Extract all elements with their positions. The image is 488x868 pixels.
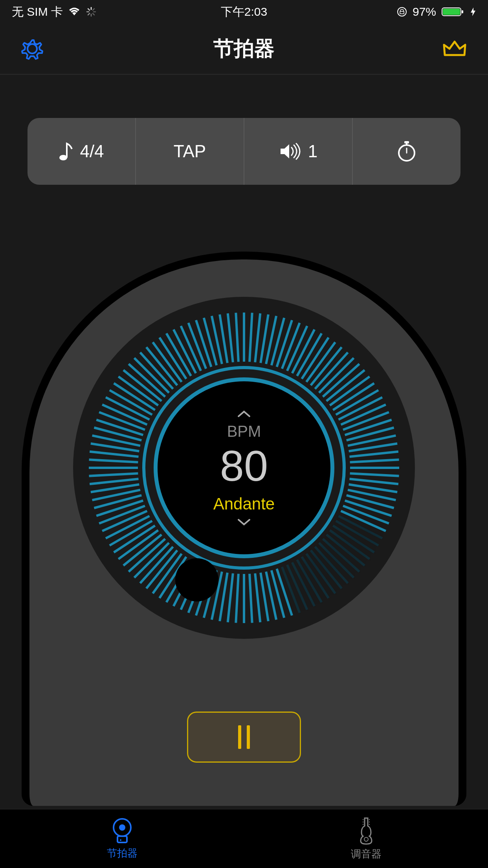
app-header: 节拍器 bbox=[0, 24, 488, 75]
svg-point-8 bbox=[398, 7, 406, 16]
svg-line-61 bbox=[323, 539, 360, 572]
settings-button[interactable] bbox=[20, 36, 45, 61]
status-left: 无 SIM 卡 bbox=[12, 4, 97, 20]
svg-line-33 bbox=[323, 364, 360, 397]
battery-icon bbox=[442, 7, 464, 17]
svg-line-32 bbox=[319, 358, 354, 393]
status-right: 97% bbox=[397, 5, 476, 18]
bpm-increase[interactable] bbox=[236, 409, 252, 419]
tab-tuner[interactable]: 调音器 bbox=[244, 809, 488, 868]
svg-rect-11 bbox=[462, 10, 463, 13]
svg-point-139 bbox=[119, 824, 125, 831]
status-bar: 无 SIM 卡 下午2:03 97% bbox=[0, 0, 488, 24]
svg-line-109 bbox=[90, 452, 138, 457]
bpm-dial[interactable]: BPM 80 Andante bbox=[73, 297, 415, 639]
stopwatch-icon bbox=[396, 140, 417, 162]
svg-line-63 bbox=[315, 547, 348, 583]
loading-icon bbox=[86, 6, 97, 17]
svg-line-62 bbox=[319, 543, 354, 577]
svg-line-123 bbox=[140, 352, 173, 389]
tap-button[interactable]: TAP bbox=[136, 118, 244, 185]
svg-line-106 bbox=[89, 473, 138, 476]
wifi-icon bbox=[68, 7, 80, 17]
page-title: 节拍器 bbox=[213, 35, 275, 63]
svg-line-18 bbox=[250, 313, 252, 362]
sound-level-label: 1 bbox=[308, 142, 317, 161]
bpm-label: BPM bbox=[227, 423, 261, 440]
premium-button[interactable] bbox=[441, 38, 468, 60]
note-icon bbox=[59, 141, 73, 162]
metronome-icon bbox=[111, 817, 133, 844]
svg-line-48 bbox=[350, 473, 399, 476]
svg-line-45 bbox=[350, 452, 398, 457]
control-bar: 4/4 TAP 1 bbox=[28, 118, 460, 185]
speaker-icon bbox=[279, 143, 301, 160]
svg-point-141 bbox=[120, 839, 121, 841]
metronome-body: BPM 80 Andante bbox=[22, 252, 466, 806]
play-pause-button[interactable] bbox=[187, 712, 301, 763]
svg-line-121 bbox=[128, 364, 165, 397]
svg-rect-140 bbox=[117, 836, 127, 842]
time-signature-button[interactable]: 4/4 bbox=[28, 118, 136, 185]
guitar-icon bbox=[358, 817, 374, 845]
svg-line-75 bbox=[255, 574, 260, 622]
charging-icon bbox=[470, 7, 476, 17]
svg-line-91 bbox=[140, 547, 173, 583]
svg-rect-10 bbox=[443, 9, 460, 15]
svg-line-3 bbox=[93, 13, 94, 15]
tap-label: TAP bbox=[174, 142, 206, 161]
crown-icon bbox=[441, 38, 468, 60]
svg-line-79 bbox=[228, 574, 233, 622]
tab-metronome[interactable]: 节拍器 bbox=[0, 809, 244, 868]
svg-line-108 bbox=[89, 460, 138, 462]
sim-status: 无 SIM 卡 bbox=[12, 4, 63, 20]
status-time: 下午2:03 bbox=[221, 4, 267, 20]
svg-line-49 bbox=[350, 479, 398, 484]
battery-percent: 97% bbox=[413, 5, 436, 18]
svg-line-76 bbox=[250, 574, 252, 623]
dial-knob[interactable] bbox=[175, 558, 218, 601]
svg-line-19 bbox=[255, 313, 260, 362]
tab-bar: 节拍器 调音器 bbox=[0, 809, 488, 868]
tab-metronome-label: 节拍器 bbox=[107, 846, 138, 860]
tempo-name: Andante bbox=[213, 495, 275, 513]
svg-line-105 bbox=[90, 479, 138, 484]
svg-line-2 bbox=[88, 9, 90, 10]
svg-line-135 bbox=[228, 313, 233, 362]
svg-rect-15 bbox=[404, 141, 409, 143]
orientation-lock-icon bbox=[397, 7, 407, 17]
svg-line-46 bbox=[350, 460, 399, 462]
timer-button[interactable] bbox=[353, 118, 460, 185]
svg-line-6 bbox=[88, 13, 90, 15]
svg-line-92 bbox=[134, 543, 169, 577]
svg-point-142 bbox=[364, 837, 368, 841]
tab-tuner-label: 调音器 bbox=[351, 847, 382, 861]
pause-icon bbox=[238, 725, 241, 749]
time-signature-label: 4/4 bbox=[80, 142, 104, 161]
svg-line-136 bbox=[236, 313, 238, 362]
dial-center: BPM 80 Andante bbox=[154, 377, 334, 558]
gear-icon bbox=[20, 36, 45, 61]
bpm-value: 80 bbox=[220, 444, 268, 487]
svg-line-7 bbox=[93, 9, 94, 10]
bpm-decrease[interactable] bbox=[236, 517, 252, 527]
svg-line-93 bbox=[128, 539, 165, 572]
svg-line-78 bbox=[236, 574, 238, 623]
svg-line-31 bbox=[315, 352, 348, 389]
svg-line-122 bbox=[134, 358, 169, 393]
sound-button[interactable]: 1 bbox=[244, 118, 353, 185]
